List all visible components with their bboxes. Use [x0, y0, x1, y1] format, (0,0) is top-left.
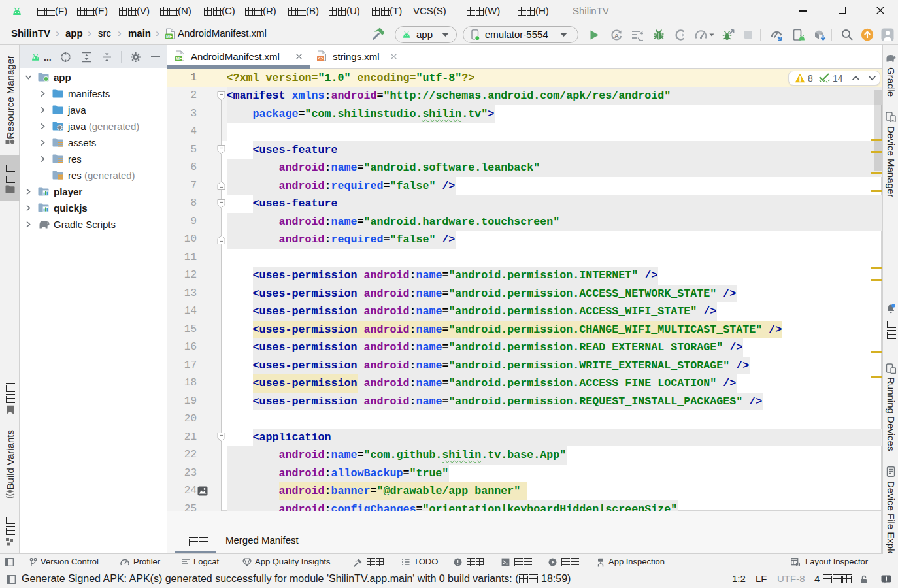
svg-text:A: A [614, 32, 619, 39]
svg-text:MF: MF [176, 56, 182, 61]
svg-text:<>: <> [318, 56, 324, 61]
svg-text:MF: MF [166, 34, 172, 39]
